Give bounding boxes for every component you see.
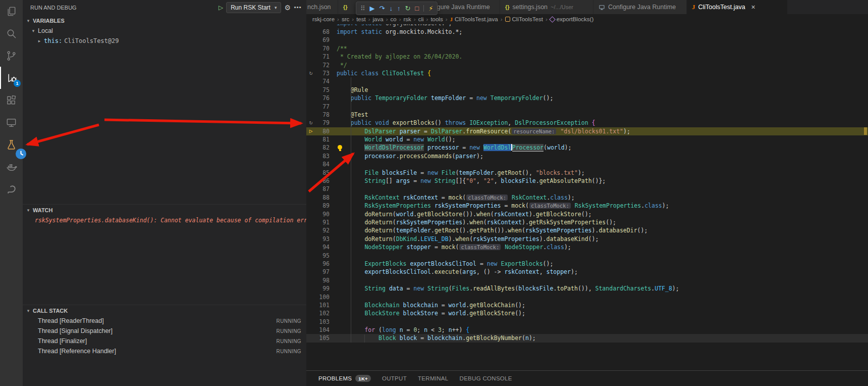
glyph-margin[interactable] [306, 53, 315, 61]
line-number[interactable]: 72 [315, 61, 330, 69]
panel-tab-output[interactable]: OUTPUT [382, 375, 407, 381]
tab-configure-java-runtime[interactable]: Configure Java Runtime [593, 0, 687, 14]
line-number[interactable]: 73 [315, 69, 330, 77]
breadcrumb-item-rskj-core[interactable]: rskj-core [312, 16, 335, 22]
continue-icon[interactable]: ▶ [370, 5, 375, 12]
line-number[interactable]: 70 [315, 44, 330, 53]
line-number[interactable]: 104 [315, 326, 330, 334]
line-number[interactable]: 96 [315, 260, 330, 268]
line-number[interactable]: 85 [315, 169, 330, 177]
glyph-margin[interactable] [306, 326, 315, 334]
debug-current-line-icon[interactable]: ▷ [306, 127, 315, 135]
line-number[interactable]: 84 [315, 160, 330, 168]
glyph-margin[interactable] [306, 268, 315, 276]
call-stack-thread[interactable]: Thread [Reference Handler]RUNNING [23, 346, 306, 356]
glyph-margin[interactable] [306, 36, 315, 44]
glyph-margin[interactable] [306, 309, 315, 317]
breadcrumb-item-co[interactable]: co [390, 16, 396, 22]
panel-tab-terminal[interactable]: TERMINAL [418, 375, 449, 381]
stop-icon[interactable]: □ [415, 5, 419, 12]
breadcrumb-item-test[interactable]: test [356, 16, 366, 22]
line-number[interactable]: 86 [315, 177, 330, 185]
activity-search[interactable] [0, 22, 23, 44]
breadcrumb-item-cli[interactable]: cli [418, 16, 424, 22]
call-stack-thread[interactable]: Thread [Signal Dispatcher]RUNNING [23, 326, 306, 336]
test-run-icon[interactable]: ↻ [306, 69, 315, 77]
glyph-margin[interactable] [306, 276, 315, 284]
line-number[interactable]: 93 [315, 235, 330, 243]
glyph-margin[interactable] [306, 177, 315, 185]
glyph-margin[interactable] [306, 202, 315, 210]
glyph-margin[interactable] [306, 243, 315, 251]
call-stack-header[interactable]: ▾ CALL STACK [23, 305, 306, 316]
glyph-margin[interactable] [306, 218, 315, 226]
glyph-margin[interactable] [306, 334, 315, 342]
hot-code-replace-icon[interactable]: ⚡ [423, 5, 433, 12]
line-number[interactable]: 76 [315, 94, 330, 102]
glyph-margin[interactable] [306, 44, 315, 53]
restart-icon[interactable]: ↻ [405, 5, 410, 12]
step-over-icon[interactable]: ↷ [379, 5, 385, 12]
code-editor[interactable]: import static org.junit.Assert.*;68impor… [306, 24, 868, 370]
glyph-margin[interactable] [306, 169, 315, 177]
glyph-margin[interactable] [306, 194, 315, 202]
line-number[interactable]: 103 [315, 318, 330, 326]
line-number[interactable]: 80 [315, 127, 330, 135]
glyph-margin[interactable] [306, 185, 315, 193]
glyph-margin[interactable] [306, 86, 315, 94]
variable-this[interactable]: ▸ this: CliToolsTest@29 [23, 36, 306, 46]
panel-tab-debug-console[interactable]: DEBUG CONSOLE [460, 375, 512, 381]
line-number[interactable]: 95 [315, 252, 330, 260]
line-number[interactable]: 97 [315, 268, 330, 276]
more-actions-icon[interactable]: ⋯ [294, 3, 301, 12]
line-number[interactable]: 101 [315, 301, 330, 309]
gear-icon[interactable]: ⚙ [284, 4, 291, 12]
watch-expression[interactable]: rskSystemProperties.databaseKind(): Cann… [23, 215, 306, 225]
start-debug-icon[interactable]: ▷ [219, 4, 223, 11]
activity-run-and-debug[interactable]: 1 [0, 67, 23, 89]
call-stack-thread[interactable]: Thread [ReaderThread]RUNNING [23, 316, 306, 326]
tab-settings-json[interactable]: {}settings.json~/.../User [500, 0, 593, 14]
breadcrumb-item-clitoolstest[interactable]: CliToolsTest [505, 16, 543, 22]
glyph-margin[interactable] [306, 152, 315, 160]
glyph-margin[interactable] [306, 235, 315, 243]
line-number[interactable]: 91 [315, 218, 330, 226]
line-number[interactable]: 88 [315, 194, 330, 202]
glyph-margin[interactable] [306, 135, 315, 143]
activity-explorer[interactable] [0, 0, 23, 22]
debug-config-dropdown[interactable]: Run RSK Start ▾ [226, 2, 281, 13]
glyph-margin[interactable] [306, 111, 315, 119]
line-number[interactable]: 94 [315, 243, 330, 251]
line-number[interactable]: 83 [315, 152, 330, 160]
line-number[interactable]: 100 [315, 293, 330, 301]
activity-docker[interactable] [0, 156, 23, 178]
variables-header[interactable]: ▾ VARIABLES [23, 15, 306, 26]
glyph-margin[interactable] [306, 293, 315, 301]
panel-tab-problems[interactable]: PROBLEMS1K+ [318, 375, 371, 382]
line-number[interactable]: 99 [315, 284, 330, 293]
activity-testing[interactable] [0, 133, 23, 156]
glyph-margin[interactable] [306, 103, 315, 111]
line-number[interactable]: 68 [315, 28, 330, 36]
breadcrumb-item-java[interactable]: java [373, 16, 384, 22]
glyph-margin[interactable] [306, 77, 315, 85]
line-number[interactable]: 79 [315, 119, 330, 127]
breadcrumb-item-src[interactable]: src [342, 16, 349, 22]
call-stack-thread[interactable]: Thread [Finalizer]RUNNING [23, 336, 306, 346]
test-run-icon[interactable]: ↻ [306, 119, 315, 127]
step-into-icon[interactable]: ↓ [389, 5, 393, 12]
line-number[interactable]: 75 [315, 86, 330, 94]
glyph-margin[interactable] [306, 210, 315, 218]
breadcrumb-item-clitoolstest-java[interactable]: JCliToolsTest.java [450, 16, 498, 22]
glyph-margin[interactable] [306, 301, 315, 309]
activity-remote-explorer[interactable] [0, 111, 23, 133]
tab-nch-json[interactable]: nch.json [306, 0, 338, 14]
line-number[interactable]: 71 [315, 53, 330, 61]
activity-gradle[interactable] [0, 178, 23, 200]
glyph-margin[interactable] [306, 160, 315, 168]
breadcrumb-item-rsk[interactable]: rsk [403, 16, 411, 22]
line-number[interactable]: 105 [315, 334, 330, 342]
breadcrumb-item-exportblocks-[interactable]: exportBlocks() [550, 16, 594, 22]
glyph-margin[interactable] [306, 94, 315, 102]
line-number[interactable]: 87 [315, 185, 330, 193]
